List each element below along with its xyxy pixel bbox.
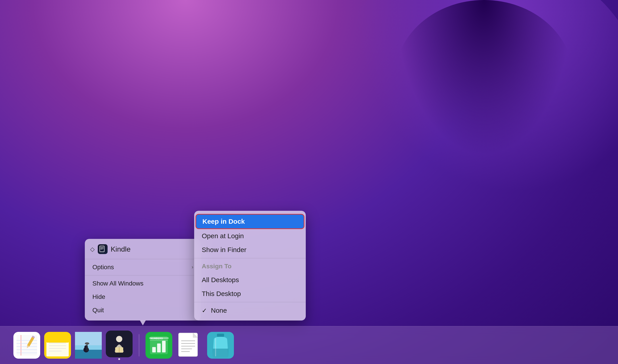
assign-to-text: Assign To	[202, 263, 231, 270]
dock-icon-wrapper-bottle	[207, 332, 234, 359]
dock-icon-wrapper-document	[176, 332, 203, 359]
dock-icon-wrapper-notes	[44, 332, 71, 359]
arrow-icon: ›	[192, 264, 193, 270]
svg-rect-38	[152, 347, 156, 352]
hide-label: Hide	[92, 293, 105, 300]
kindle-running-dot	[118, 358, 120, 360]
dock-icon-wrapper-kindle	[106, 331, 133, 360]
desktop: ◇ Kindle Options › Show All Windows	[0, 0, 618, 364]
svg-rect-0	[100, 246, 104, 252]
open-at-login-label: Open at Login	[202, 232, 244, 240]
submenu-divider-2	[194, 302, 306, 302]
none-label: None	[211, 307, 227, 314]
svg-rect-53	[217, 334, 224, 337]
menu-item-show-all-windows[interactable]: Show All Windows	[86, 277, 200, 290]
submenu-item-all-desktops[interactable]: All Desktops	[196, 273, 304, 287]
submenu-item-keep-in-dock[interactable]: Keep in Dock	[196, 214, 304, 229]
keep-in-dock-label: Keep in Dock	[202, 218, 245, 225]
menu-item-quit[interactable]: Quit	[86, 304, 200, 317]
show-all-windows-label: Show All Windows	[92, 280, 144, 287]
dock-icon-numbers[interactable]: NUMBERS	[146, 332, 172, 359]
submenu-item-this-desktop[interactable]: This Desktop	[196, 287, 304, 301]
all-desktops-label: All Desktops	[202, 276, 239, 284]
menu-divider-top	[85, 259, 201, 259]
submenu-divider-1	[194, 258, 306, 258]
kindle-menu-title: Kindle	[111, 245, 131, 253]
menu-item-options[interactable]: Options ›	[86, 260, 200, 274]
svg-rect-39	[157, 343, 161, 352]
options-submenu: Keep in Dock Open at Login Show in Finde…	[194, 211, 306, 321]
this-desktop-label: This Desktop	[202, 290, 241, 298]
dock-icon-kindle[interactable]	[106, 331, 133, 357]
submenu-item-show-in-finder[interactable]: Show in Finder	[196, 243, 304, 257]
submenu-item-none[interactable]: None	[196, 304, 304, 317]
dock-icon-photos[interactable]	[75, 332, 102, 359]
dock-icon-wrapper-photos	[75, 332, 102, 359]
submenu-item-open-at-login[interactable]: Open at Login	[196, 229, 304, 243]
kindle-context-menu: ◇ Kindle Options › Show All Windows	[85, 239, 201, 321]
kindle-icon-small	[98, 244, 107, 254]
dock-icon-wrapper-numbers: NUMBERS	[146, 332, 172, 359]
menu-item-hide[interactable]: Hide	[86, 290, 200, 304]
diamond-icon: ◇	[90, 246, 95, 253]
svg-text:NUMBERS: NUMBERS	[150, 337, 163, 340]
options-label: Options	[92, 264, 114, 271]
dock-icon-bottle[interactable]	[207, 332, 234, 359]
dock-icon-wrapper-textedit	[13, 332, 40, 359]
menu-divider-mid	[85, 275, 201, 275]
svg-point-33	[116, 336, 122, 342]
dock-icon-textedit[interactable]	[13, 332, 40, 359]
svg-rect-40	[162, 341, 166, 352]
menu-header: ◇ Kindle	[85, 242, 201, 258]
assign-to-label: Assign To	[196, 260, 304, 273]
dock-icon-notes[interactable]	[44, 332, 71, 359]
quit-label: Quit	[92, 307, 104, 314]
show-in-finder-label: Show in Finder	[202, 246, 246, 254]
dock-separator	[139, 334, 139, 356]
svg-rect-21	[46, 338, 69, 343]
dock-icon-document[interactable]	[176, 332, 203, 359]
svg-rect-32	[106, 331, 133, 357]
svg-point-31	[85, 342, 89, 345]
dock: NUMBERS	[0, 326, 618, 364]
